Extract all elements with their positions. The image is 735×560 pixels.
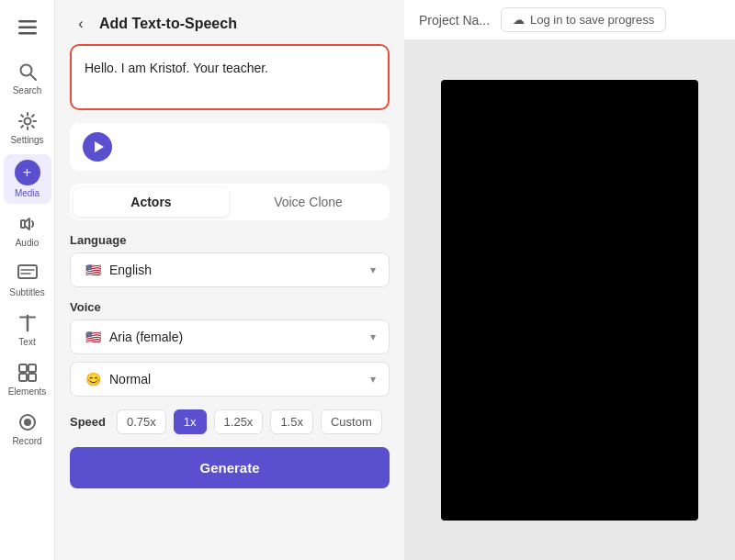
cloud-icon: ☁	[513, 13, 525, 27]
svg-point-17	[24, 419, 31, 426]
login-save-label: Log in to save progress	[530, 13, 654, 27]
panel-header: ‹ Add Text-to-Speech	[55, 0, 404, 44]
record-icon	[17, 411, 39, 433]
sidebar-item-elements[interactable]: Elements	[4, 356, 51, 402]
sidebar-item-subtitles-label: Subtitles	[9, 287, 44, 297]
top-bar: Project Na... ☁ Log in to save progress	[404, 0, 735, 40]
back-button[interactable]: ‹	[70, 13, 92, 35]
voice-actor-dropdown[interactable]: 🇺🇸 Aria (female) ▾	[70, 319, 390, 354]
svg-rect-2	[18, 32, 37, 35]
svg-rect-7	[18, 265, 37, 278]
svg-rect-12	[19, 364, 27, 372]
svg-rect-1	[18, 27, 37, 29]
sidebar-item-elements-label: Elements	[8, 386, 47, 397]
sidebar-item-media-label: Media	[15, 188, 40, 198]
voice-style-emoji: 😊	[84, 373, 102, 386]
sidebar-item-record[interactable]: Record	[4, 406, 51, 452]
text-input-content: Hello. I am Kristof. Your teacher.	[85, 59, 375, 95]
speed-btn-1x[interactable]: 1x	[174, 409, 207, 434]
text-icon	[17, 312, 39, 334]
speed-btn-1.25x[interactable]: 1.25x	[214, 409, 264, 434]
svg-rect-0	[18, 20, 37, 23]
voice-section: Voice 🇺🇸 Aria (female) ▾ 😊 Normal ▾	[70, 300, 390, 397]
voice-style-chevron: ▾	[370, 373, 376, 386]
voice-style: Normal	[109, 372, 151, 386]
language-value: English	[109, 263, 152, 277]
language-chevron: ▾	[370, 263, 376, 276]
sidebar-item-text[interactable]: Text	[4, 307, 51, 353]
generate-button[interactable]: Generate	[70, 447, 390, 488]
speed-btn-1.5x[interactable]: 1.5x	[270, 409, 313, 434]
svg-rect-14	[19, 374, 27, 381]
voice-dropdowns: 🇺🇸 Aria (female) ▾ 😊 Normal ▾	[70, 319, 390, 397]
language-dropdown[interactable]: 🇺🇸 English ▾	[70, 252, 390, 287]
sidebar-item-text-label: Text	[18, 337, 35, 347]
voice-name: Aria (female)	[109, 330, 183, 344]
media-icon: +	[15, 160, 40, 185]
speed-btn-0.75x[interactable]: 0.75x	[117, 409, 166, 434]
sidebar-item-search-label: Search	[13, 85, 42, 95]
canvas-area	[404, 40, 735, 560]
sidebar: Search Settings + Media Audio	[0, 0, 55, 560]
svg-point-5	[24, 118, 30, 125]
play-area	[70, 123, 390, 171]
voice-tabs: Actors Voice Clone	[70, 184, 390, 220]
search-icon	[17, 61, 39, 83]
text-input-box[interactable]: Hello. I am Kristof. Your teacher.	[70, 44, 390, 110]
play-button[interactable]	[83, 132, 112, 162]
language-flag: 🇺🇸	[84, 263, 102, 276]
svg-rect-13	[28, 364, 36, 372]
svg-line-4	[30, 74, 36, 80]
login-save-button[interactable]: ☁ Log in to save progress	[501, 7, 666, 32]
audio-icon	[17, 213, 39, 235]
svg-rect-15	[28, 374, 36, 381]
voice-label: Voice	[70, 300, 390, 314]
tab-actors[interactable]: Actors	[74, 187, 229, 217]
sidebar-item-settings[interactable]: Settings	[4, 105, 51, 151]
subtitles-icon	[17, 263, 39, 285]
sidebar-item-subtitles[interactable]: Subtitles	[4, 257, 51, 303]
voice-actor-chevron: ▾	[370, 330, 376, 343]
project-name[interactable]: Project Na...	[419, 13, 490, 28]
language-section: Language 🇺🇸 English ▾	[70, 233, 390, 287]
sidebar-item-record-label: Record	[12, 436, 41, 446]
elements-icon	[17, 362, 39, 384]
canvas-preview	[441, 80, 698, 521]
sidebar-item-settings-label: Settings	[10, 135, 43, 145]
tts-panel: ‹ Add Text-to-Speech Hello. I am Kristof…	[55, 0, 404, 560]
sidebar-item-audio[interactable]: Audio	[4, 207, 51, 253]
panel-title: Add Text-to-Speech	[99, 16, 237, 32]
tab-voice-clone[interactable]: Voice Clone	[231, 187, 386, 217]
voice-flag: 🇺🇸	[84, 330, 102, 343]
menu-icon[interactable]	[11, 11, 44, 44]
main-area: Project Na... ☁ Log in to save progress	[404, 0, 735, 560]
sidebar-item-media[interactable]: + Media	[4, 154, 51, 204]
sidebar-item-audio-label: Audio	[16, 238, 40, 248]
voice-style-dropdown[interactable]: 😊 Normal ▾	[70, 362, 390, 397]
sidebar-item-search[interactable]: Search	[4, 55, 51, 101]
speed-section: Speed 0.75x 1x 1.25x 1.5x Custom	[70, 409, 390, 434]
speed-label: Speed	[70, 415, 106, 429]
language-label: Language	[70, 233, 390, 247]
speed-btn-custom[interactable]: Custom	[321, 409, 382, 434]
settings-icon	[17, 110, 39, 132]
panel-body: Hello. I am Kristof. Your teacher. Actor…	[55, 44, 404, 503]
